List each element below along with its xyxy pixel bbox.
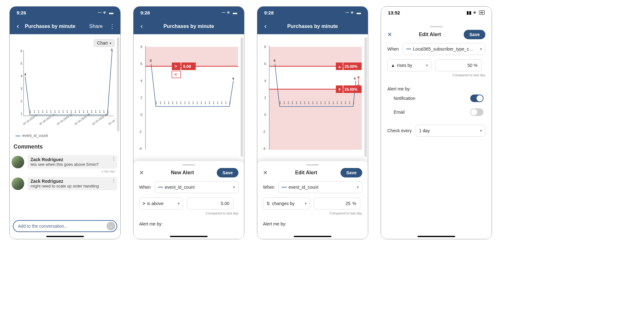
status-bar: 9:28 ···ᯤ▬ xyxy=(257,7,368,19)
svg-text:1: 1 xyxy=(46,110,48,113)
svg-text:1: 1 xyxy=(304,101,306,105)
condition-selector[interactable]: >is above ▾ xyxy=(139,198,183,209)
back-button[interactable]: ‹ xyxy=(14,22,22,31)
svg-text:1: 1 xyxy=(205,101,206,105)
email-toggle-row: Email xyxy=(387,105,485,119)
field-selector[interactable]: Local365_subscriber_type_c… ▾ xyxy=(403,43,485,55)
svg-text:1: 1 xyxy=(62,110,64,113)
svg-text:1: 1 xyxy=(99,110,101,113)
svg-text:1: 1 xyxy=(184,101,186,105)
notification-toggle[interactable] xyxy=(470,95,483,102)
status-icons: ···ᯤ▬ xyxy=(345,10,361,15)
compose-input[interactable]: Add to the conversation... › xyxy=(13,220,117,232)
when-label: When xyxy=(139,185,151,190)
svg-text:1: 1 xyxy=(176,101,178,105)
comment-body[interactable]: ⋮ Zack Rodriguez might need to scale up … xyxy=(27,177,117,190)
svg-text:1: 1 xyxy=(164,101,166,105)
sheet-handle[interactable] xyxy=(430,26,443,27)
chart-type-selector[interactable]: Chart xyxy=(94,39,115,47)
share-button[interactable]: Share xyxy=(89,24,103,29)
nav-bar: ‹ Purchases by minute xyxy=(134,19,244,34)
sheet-title: Edit Alert xyxy=(419,32,441,37)
sheet-handle[interactable] xyxy=(306,164,319,165)
line-series xyxy=(25,51,112,115)
value-input[interactable]: 25% xyxy=(314,198,360,209)
clock: 13:52 xyxy=(388,10,400,15)
back-button[interactable]: ‹ xyxy=(137,22,146,31)
sheet-handle[interactable] xyxy=(183,164,195,165)
phone-2: 9:28 ···ᯤ▬ ‹ Purchases by minute 864 20-… xyxy=(133,6,244,239)
alert-by-label: Alert me by: xyxy=(263,219,362,226)
svg-text:1: 1 xyxy=(168,101,170,105)
status-icons: ▮▮ ᯤ 60 xyxy=(467,10,485,15)
close-button[interactable]: ✕ xyxy=(387,31,396,38)
close-button[interactable]: ✕ xyxy=(263,169,272,176)
svg-text:5: 5 xyxy=(20,62,22,65)
value-input[interactable]: 50 % xyxy=(435,59,482,71)
wifi-icon: ᯤ xyxy=(473,10,478,15)
save-button[interactable]: Save xyxy=(217,168,238,177)
email-toggle[interactable] xyxy=(470,108,483,116)
chevron-down-icon: ▾ xyxy=(233,185,235,189)
svg-text:1: 1 xyxy=(320,101,322,105)
rises-by-icon: ▲ xyxy=(391,63,395,68)
chevron-down-icon: ▾ xyxy=(178,201,180,206)
svg-text:1: 1 xyxy=(95,110,97,113)
clock: 9:26 xyxy=(17,10,26,15)
dots-icon: ··· xyxy=(221,10,225,15)
page-title: Purchases by minute xyxy=(25,24,75,29)
svg-text:-4: -4 xyxy=(139,147,142,150)
condition-selector[interactable]: ▲rises by ▾ xyxy=(387,59,431,71)
battery-icon: ▬ xyxy=(357,10,361,15)
comment-item: ⋮ Zack Rodriguez lets see when this goes… xyxy=(12,153,117,171)
home-indicator xyxy=(46,236,84,237)
svg-text:1: 1 xyxy=(217,101,219,105)
signal-icon: ▮▮ xyxy=(467,10,472,15)
lower-band-badge[interactable]: ▼ 25.00% xyxy=(336,85,362,93)
svg-text:2: 2 xyxy=(140,96,142,100)
svg-text:1: 1 xyxy=(308,101,310,105)
svg-text:2: 2 xyxy=(264,96,266,100)
upper-band-badge[interactable]: ▲ 25.00% xyxy=(336,62,362,70)
svg-text:1: 1 xyxy=(292,101,293,105)
y-axis: 864 20-2-4 xyxy=(262,45,266,150)
home-indicator xyxy=(418,236,455,237)
svg-text:1: 1 xyxy=(312,101,314,105)
content: Chart 654 321 4 6 11111111111111111111 1… xyxy=(10,34,120,239)
notification-label: Notification xyxy=(394,96,415,101)
svg-text:▼: ▼ xyxy=(338,87,341,92)
comment-body[interactable]: ⋮ Zack Rodriguez lets see when this goes… xyxy=(27,155,117,169)
svg-text:1: 1 xyxy=(103,110,105,113)
value-input[interactable]: 5.00 xyxy=(187,198,233,209)
svg-text:1: 1 xyxy=(74,110,76,113)
condition-selector[interactable]: ⇅changes by ▾ xyxy=(263,198,310,209)
svg-text:1: 1 xyxy=(20,112,22,116)
save-button[interactable]: Save xyxy=(341,168,362,177)
svg-text:6: 6 xyxy=(140,62,142,66)
svg-text:1: 1 xyxy=(332,101,334,105)
home-indicator xyxy=(294,236,331,237)
svg-text:1: 1 xyxy=(79,110,80,113)
threshold-handle[interactable]: > 5.00 < xyxy=(172,62,196,78)
avatar xyxy=(12,156,24,168)
send-button[interactable]: › xyxy=(106,222,115,230)
save-button[interactable]: Save xyxy=(464,30,485,39)
when-label: When xyxy=(263,185,275,190)
svg-text:8: 8 xyxy=(140,45,142,49)
more-menu-button[interactable]: ⋮ xyxy=(108,23,117,30)
comment-author: Zack Rodriguez xyxy=(30,179,114,184)
field-selector[interactable]: event_id_count ▾ xyxy=(278,181,362,193)
comment-menu-button[interactable]: ⋮ xyxy=(112,156,116,161)
close-button[interactable]: ✕ xyxy=(139,169,148,176)
svg-text:1: 1 xyxy=(336,101,338,105)
comment-menu-button[interactable]: ⋮ xyxy=(112,178,116,183)
field-selector[interactable]: event_id_count ▾ xyxy=(155,181,238,193)
back-button[interactable]: ‹ xyxy=(261,22,270,31)
alert-sheet: ✕ Edit Alert Save When event_id_count ▾ … xyxy=(257,161,368,239)
svg-text:1: 1 xyxy=(58,110,60,113)
chart: 654 321 4 6 11111111111111111111 10-16-2… xyxy=(12,38,115,132)
svg-text:8: 8 xyxy=(264,45,266,49)
svg-text:6: 6 xyxy=(20,49,22,53)
svg-text:1: 1 xyxy=(160,101,161,105)
check-every-selector[interactable]: 1 day ▾ xyxy=(416,125,485,137)
